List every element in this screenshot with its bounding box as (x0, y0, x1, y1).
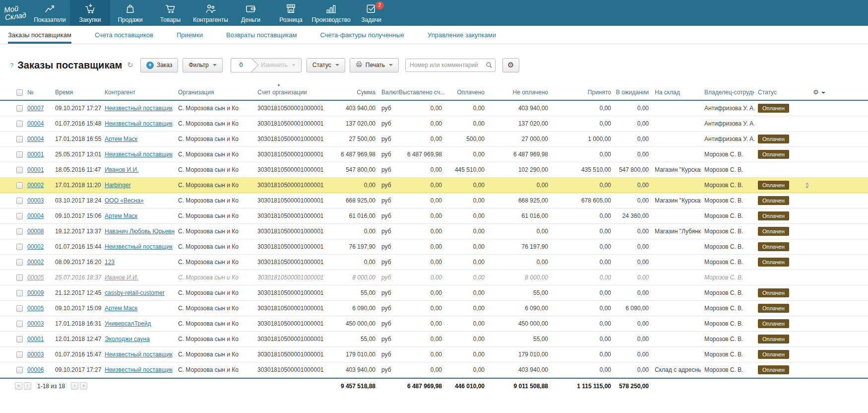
table-row-12[interactable]: 0000525.07.2016 18:37Иванов И.И.С. Мороз… (0, 270, 868, 285)
table-row-7[interactable]: 0000303.10.2017 18:24ООО «Весна»С. Мороз… (0, 193, 868, 208)
column-header-12[interactable]: В ожидании (614, 89, 651, 96)
row-checkbox[interactable] (16, 228, 23, 235)
status-badge[interactable]: Оплачен (758, 258, 789, 267)
column-header-11[interactable]: Принято (551, 89, 614, 96)
status-badge[interactable]: Оплачен (758, 211, 789, 220)
nav-item-6[interactable]: Деньги (231, 0, 271, 26)
table-settings-gear-icon[interactable]: ⚙ (813, 88, 868, 96)
table-row-4[interactable]: 0000125.05.2017 13:01Неизвестный поставщ… (0, 147, 868, 162)
print-button[interactable]: Печать (350, 58, 399, 72)
order-number-link[interactable]: 00004 (27, 212, 44, 219)
table-row-18[interactable]: 0000609.10.2017 17:27Неизвестный поставщ… (0, 362, 868, 378)
counterparty-link[interactable]: Артем Маск (105, 212, 137, 219)
settings-button[interactable]: ⚙ (502, 58, 519, 72)
column-header-7[interactable]: Валюта (378, 89, 399, 96)
table-row-16[interactable]: 0000112.01.2018 12:47Эколоджи саунаС. Мо… (0, 332, 868, 347)
order-number-link[interactable]: 00002 (27, 182, 44, 189)
counterparty-link[interactable]: Неизвестный поставщик (105, 351, 173, 358)
subnav-item-3[interactable]: Приемки (177, 26, 203, 44)
counterparty-link[interactable]: Неизвестный поставщик (105, 120, 173, 127)
status-badge[interactable]: Оплачен (758, 150, 789, 159)
order-number-link[interactable]: 00001 (27, 336, 44, 343)
nav-item-9[interactable]: Задачи2 (351, 0, 391, 26)
row-checkbox[interactable] (16, 275, 23, 281)
next-page-button[interactable]: › (71, 382, 78, 390)
order-number-link[interactable]: 00007 (27, 105, 44, 112)
column-header-10[interactable]: Не оплачено (487, 89, 551, 96)
order-number-link[interactable]: 00002 (27, 243, 44, 250)
counterparty-link[interactable]: Артем Маск (105, 305, 137, 312)
row-checkbox[interactable] (16, 336, 23, 343)
filter-button[interactable]: Фильтр (183, 58, 222, 72)
counterparty-link[interactable]: 123 (105, 259, 115, 266)
row-checkbox[interactable] (16, 167, 23, 173)
order-number-link[interactable]: 00004 (27, 120, 44, 127)
select-all-checkbox[interactable] (16, 89, 23, 96)
order-number-link[interactable]: 00006 (27, 366, 44, 373)
status-badge[interactable]: Оплачен (758, 196, 789, 205)
nav-item-3[interactable]: Продажи (110, 0, 150, 26)
counterparty-link[interactable]: Артем Маск (105, 136, 137, 142)
column-header-13[interactable]: На склад (651, 89, 701, 96)
column-header-8[interactable]: Выставлено сч... (399, 89, 444, 96)
counterparty-link[interactable]: Иванов И.И. (105, 166, 138, 173)
refresh-icon[interactable]: ↻ (127, 61, 133, 69)
table-row-8[interactable]: 0000409.10.2017 15:06Артем МаскС. Морозо… (0, 208, 868, 224)
table-row-9[interactable]: 0000819.12.2017 13:37Навзнич Любовь Юрье… (0, 224, 868, 239)
row-checkbox[interactable] (16, 367, 23, 373)
row-checkbox[interactable] (16, 290, 23, 296)
column-header-2[interactable]: Время (52, 89, 101, 96)
counterparty-link[interactable]: Навзнич Любовь Юрьевна (105, 228, 175, 235)
order-number-link[interactable]: 00003 (27, 351, 44, 358)
help-icon[interactable]: ? (10, 62, 13, 69)
order-number-link[interactable]: 00008 (27, 228, 44, 235)
status-button[interactable]: Статус (307, 58, 345, 72)
status-badge[interactable]: Оплачен (758, 181, 789, 190)
table-row-5[interactable]: 0000118.05.2016 11:47Иванов И.И.С. Мороз… (0, 162, 868, 178)
nav-item-2[interactable]: Закупки (70, 0, 110, 26)
counterparty-link[interactable]: Harbinger (105, 182, 131, 189)
row-checkbox[interactable] (16, 151, 23, 158)
row-checkbox[interactable] (16, 182, 23, 189)
row-checkbox[interactable] (16, 136, 23, 142)
status-badge[interactable]: Оплачен (758, 242, 789, 251)
subnav-item-1[interactable]: Заказы поставщикам (8, 26, 71, 44)
status-badge[interactable]: Оплачен (758, 104, 789, 113)
row-checkbox[interactable] (16, 351, 23, 358)
counterparty-link[interactable]: Эколоджи сауна (105, 336, 150, 343)
status-badge[interactable]: Оплачен (758, 304, 789, 313)
table-row-6[interactable]: 0000217.01.2018 11:20HarbingerС. Морозов… (0, 178, 868, 193)
nav-item-7[interactable]: Розница (271, 0, 311, 26)
status-badge[interactable]: Оплачен (758, 335, 789, 344)
column-header-14[interactable]: Владелец-сотрудник (701, 89, 754, 96)
order-number-link[interactable]: 00005 (27, 305, 44, 312)
table-row-13[interactable]: 0000921.12.2017 12:45cassby-retail-custo… (0, 285, 868, 301)
order-number-link[interactable]: 00001 (27, 151, 44, 158)
column-header-3[interactable]: Контрагент (101, 89, 175, 96)
row-checkbox[interactable] (16, 198, 23, 204)
subnav-item-5[interactable]: Счета-фактуры полученные (320, 26, 404, 44)
row-checkbox[interactable] (16, 321, 23, 327)
subnav-item-2[interactable]: Счета поставщиков (95, 26, 153, 44)
column-header-1[interactable]: № (24, 89, 52, 96)
order-number-link[interactable]: 00001 (27, 166, 44, 173)
row-checkbox[interactable] (16, 121, 23, 127)
close-icon[interactable]: × (806, 183, 808, 188)
column-header-5[interactable]: ▲Счет организации (254, 89, 337, 96)
table-row-11[interactable]: 0000208.09.2017 16:20123С. Морозова сын … (0, 255, 868, 270)
table-row-2[interactable]: 0000401.07.2016 15:48Неизвестный поставщ… (0, 116, 868, 132)
status-badge[interactable]: Оплачен (758, 365, 789, 374)
table-row-17[interactable]: 0000301.07.2016 15:47Неизвестный поставщ… (0, 347, 868, 362)
row-checkbox[interactable] (16, 213, 23, 219)
status-badge[interactable]: Оплачен (758, 350, 789, 359)
app-logo[interactable]: Мой Склад (0, 0, 31, 27)
order-number-link[interactable]: 00003 (27, 197, 44, 204)
nav-item-8[interactable]: Производство (311, 0, 351, 26)
counterparty-link[interactable]: Неизвестный поставщик (105, 105, 173, 112)
prev-page-button[interactable]: ‹ (24, 382, 31, 390)
row-checkbox[interactable] (16, 305, 23, 312)
order-number-link[interactable]: 00002 (27, 259, 44, 266)
order-number-link[interactable]: 00004 (27, 136, 44, 142)
search-icon[interactable] (486, 62, 493, 69)
row-checkbox[interactable] (16, 105, 23, 112)
